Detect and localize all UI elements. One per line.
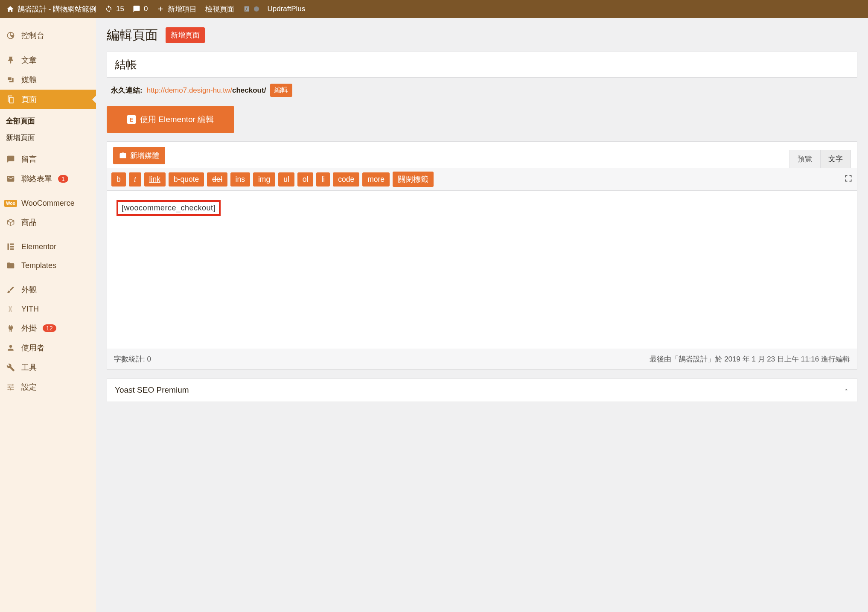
- qt-more-button[interactable]: more: [362, 172, 390, 187]
- qt-bold-button[interactable]: b: [111, 172, 126, 187]
- permalink-url[interactable]: http://demo7.design-hu.tw/checkout/: [147, 86, 266, 95]
- woocommerce-icon: Woo: [6, 198, 15, 208]
- view-page-link[interactable]: 檢視頁面: [205, 4, 234, 14]
- sidebar-item-settings[interactable]: 設定: [0, 377, 96, 397]
- sidebar-item-templates[interactable]: Templates: [0, 256, 96, 275]
- sidebar-label: 頁面: [21, 94, 37, 105]
- site-link[interactable]: 鵠崙設計 - 購物網站範例: [6, 4, 96, 14]
- qt-img-button[interactable]: img: [253, 172, 275, 187]
- mail-icon: [6, 174, 15, 184]
- user-icon: [6, 343, 15, 353]
- yoast-metabox-title: Yoast SEO Premium: [115, 385, 189, 395]
- admin-sidebar: 控制台 文章 媒體 頁面 全部頁面 新增頁面 留言 聯絡表單 1: [0, 18, 96, 612]
- permalink-slug: checkout/: [232, 86, 266, 94]
- elementor-icon: [6, 242, 15, 251]
- sidebar-item-products[interactable]: 商品: [0, 213, 96, 232]
- updates-count: 15: [116, 5, 124, 13]
- qt-del-button[interactable]: del: [207, 172, 227, 187]
- editor-footer: 字數統計: 0 最後由「鵠崙設計」於 2019 年 1 月 23 日上午 11:…: [107, 349, 857, 369]
- box-icon: [6, 218, 15, 227]
- tab-visual[interactable]: 預覽: [789, 150, 820, 168]
- qt-closetags-button[interactable]: 關閉標籤: [393, 172, 434, 187]
- sidebar-item-media[interactable]: 媒體: [0, 70, 96, 90]
- qt-li-button[interactable]: li: [316, 172, 330, 187]
- sidebar-item-dashboard[interactable]: 控制台: [0, 26, 96, 45]
- sidebar-item-comments[interactable]: 留言: [0, 149, 96, 169]
- comments-link[interactable]: 0: [133, 5, 148, 13]
- sliders-icon: [6, 382, 15, 392]
- plugins-badge: 12: [43, 324, 56, 332]
- wrench-icon: [6, 363, 15, 372]
- sidebar-item-tools[interactable]: 工具: [0, 358, 96, 377]
- editor-tabs: 預覽 文字: [789, 150, 851, 168]
- updates-link[interactable]: 15: [105, 5, 124, 13]
- editor-textarea[interactable]: [woocommerce_checkout]: [107, 191, 857, 349]
- page-header: 編輯頁面 新增頁面: [107, 26, 857, 44]
- add-media-button[interactable]: 新增媒體: [113, 147, 165, 164]
- shortcode-highlight: [woocommerce_checkout]: [117, 200, 221, 216]
- home-icon: [6, 5, 14, 13]
- add-media-label: 新增媒體: [130, 151, 159, 160]
- submenu-all-pages[interactable]: 全部頁面: [0, 113, 96, 129]
- qt-link-button[interactable]: link: [144, 172, 166, 187]
- tab-text[interactable]: 文字: [820, 150, 851, 168]
- yoast-link[interactable]: [243, 5, 259, 13]
- permalink-edit-button[interactable]: 編輯: [270, 84, 292, 97]
- permalink-row: 永久連結: http://demo7.design-hu.tw/checkout…: [107, 84, 857, 97]
- last-edit-info: 最後由「鵠崙設計」於 2019 年 1 月 23 日上午 11:16 進行編輯: [650, 354, 850, 364]
- qt-ul-button[interactable]: ul: [278, 172, 294, 187]
- media-icon: [6, 75, 15, 85]
- comment-icon: [133, 5, 140, 13]
- sidebar-item-appearance[interactable]: 外觀: [0, 280, 96, 300]
- add-new-page-button[interactable]: 新增頁面: [166, 27, 205, 43]
- svg-rect-1: [10, 244, 14, 245]
- yoast-status-dot: [254, 6, 259, 12]
- svg-rect-2: [10, 246, 14, 247]
- contact-badge: 1: [58, 175, 68, 183]
- yoast-icon: [243, 5, 250, 13]
- elementor-button-label: 使用 Elementor 編輯: [140, 114, 214, 125]
- svg-rect-0: [8, 244, 9, 250]
- admin-topbar: 鵠崙設計 - 購物網站範例 15 0 新增項目 檢視頁面 UpdraftPlus: [0, 0, 868, 18]
- page-title: 編輯頁面: [107, 26, 158, 44]
- quicktags-toolbar: b i link b-quote del ins img ul ol li co…: [107, 168, 857, 191]
- sidebar-label: 媒體: [21, 75, 37, 85]
- updraft-link[interactable]: UpdraftPlus: [268, 5, 306, 13]
- view-page-label: 檢視頁面: [205, 4, 234, 14]
- yoast-metabox[interactable]: Yoast SEO Premium: [107, 378, 857, 402]
- sidebar-item-plugins[interactable]: 外掛 12: [0, 318, 96, 338]
- sidebar-item-elementor[interactable]: Elementor: [0, 237, 96, 256]
- sidebar-item-woocommerce[interactable]: Woo WooCommerce: [0, 194, 96, 213]
- sidebar-label: 留言: [21, 154, 37, 164]
- pin-icon: [6, 55, 15, 65]
- sidebar-label: Templates: [21, 261, 56, 270]
- dashboard-icon: [6, 31, 15, 40]
- sidebar-item-yith[interactable]: YITH: [0, 300, 96, 318]
- folder-icon: [6, 261, 15, 270]
- qt-code-button[interactable]: code: [333, 172, 359, 187]
- sidebar-item-contact[interactable]: 聯絡表單 1: [0, 169, 96, 189]
- edit-with-elementor-button[interactable]: E 使用 Elementor 編輯: [107, 106, 234, 133]
- sidebar-item-users[interactable]: 使用者: [0, 338, 96, 358]
- sidebar-label: WooCommerce: [21, 199, 75, 208]
- qt-italic-button[interactable]: i: [129, 172, 141, 187]
- yith-icon: [6, 304, 15, 314]
- qt-bquote-button[interactable]: b-quote: [169, 172, 204, 187]
- post-title-input[interactable]: 結帳: [107, 52, 857, 78]
- permalink-label: 永久連結:: [111, 85, 143, 95]
- sidebar-item-pages[interactable]: 頁面: [0, 90, 96, 109]
- sidebar-item-posts[interactable]: 文章: [0, 50, 96, 70]
- new-item-link[interactable]: 新增項目: [157, 4, 197, 14]
- qt-ol-button[interactable]: ol: [297, 172, 314, 187]
- pages-icon: [6, 95, 15, 104]
- elementor-e-icon: E: [127, 115, 136, 124]
- qt-ins-button[interactable]: ins: [230, 172, 250, 187]
- submenu-new-page[interactable]: 新增頁面: [0, 129, 96, 146]
- sidebar-label: 控制台: [21, 30, 44, 41]
- sidebar-label: 外觀: [21, 285, 37, 295]
- fullscreen-button[interactable]: [844, 174, 853, 184]
- sidebar-label: 外掛: [21, 323, 37, 333]
- chevron-up-icon[interactable]: [843, 385, 849, 395]
- sidebar-label: 文章: [21, 55, 37, 65]
- updraft-label: UpdraftPlus: [268, 5, 306, 13]
